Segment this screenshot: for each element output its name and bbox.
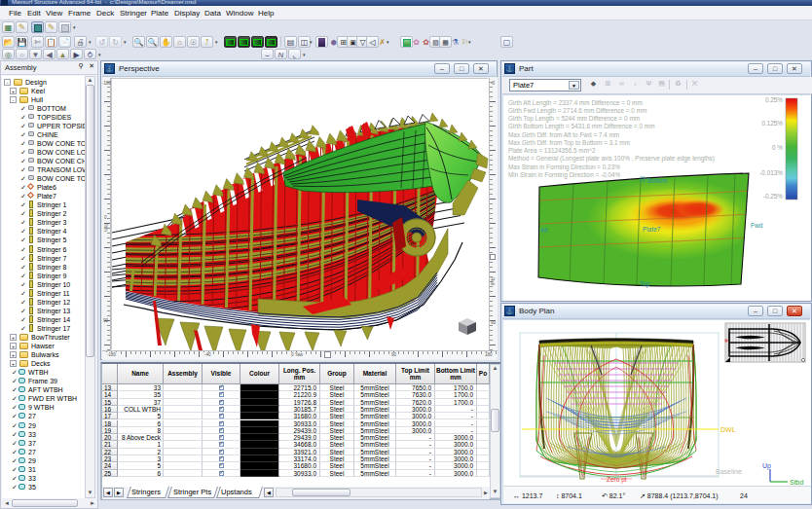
svg-text:-0.013%: -0.013% xyxy=(759,169,783,176)
svg-text:0.125%: 0.125% xyxy=(761,120,783,127)
svg-text:Fwd: Fwd xyxy=(751,222,763,229)
svg-text:DWL: DWL xyxy=(720,426,736,433)
svg-text:Aft: Aft xyxy=(540,227,548,234)
svg-text:Bottom: Bottom xyxy=(647,177,668,184)
svg-text:Up: Up xyxy=(762,462,771,470)
svg-text:-0.25%: -0.25% xyxy=(763,193,784,200)
svg-text:Plate7: Plate7 xyxy=(643,226,661,233)
svg-text:Baseline: Baseline xyxy=(716,468,742,475)
svg-text:Zero pt: Zero pt xyxy=(607,476,627,484)
svg-text:0 %: 0 % xyxy=(772,144,783,151)
svg-text:Top: Top xyxy=(640,280,650,288)
svg-text:Stbd: Stbd xyxy=(790,479,804,486)
svg-text:0.25%: 0.25% xyxy=(765,96,783,103)
